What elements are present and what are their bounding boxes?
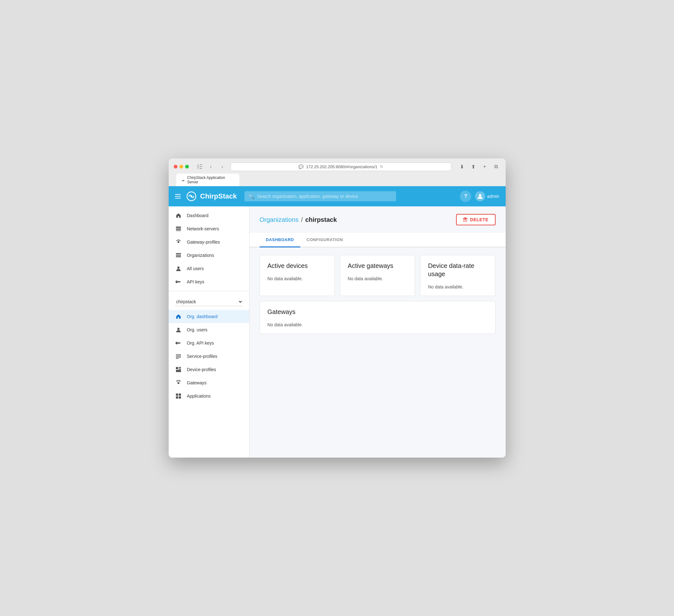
delete-button[interactable]: DELETE — [456, 214, 495, 225]
sidebar-label: Org. users — [187, 327, 208, 332]
browser-controls: ‹ › — [195, 162, 227, 171]
sidebar-label: All users — [187, 266, 204, 271]
svg-rect-1 — [200, 164, 202, 165]
svg-point-13 — [178, 241, 180, 243]
browser-titlebar: ‹ › 💬 172.25.202.205:8080/#/organization… — [174, 162, 500, 171]
breadcrumb-current: chirpstack — [305, 216, 337, 223]
sidebar-label: Gateways — [187, 380, 207, 385]
active-devices-card: Active devices No data available. — [260, 255, 335, 296]
forward-button[interactable]: › — [218, 162, 227, 171]
sidebar-label: Dashboard — [187, 213, 209, 218]
main-layout: Dashboard Network-servers Gateway-profil… — [168, 206, 505, 458]
sidebar-item-dashboard[interactable]: Dashboard — [168, 209, 249, 222]
maximize-button[interactable] — [185, 165, 189, 168]
sidebar-label: API keys — [187, 279, 204, 284]
gateways-icon — [175, 380, 182, 386]
svg-rect-29 — [179, 394, 181, 396]
share-button[interactable]: ⬆ — [469, 162, 478, 171]
address-bar[interactable]: 💬 172.25.202.205:8080/#/organizations/1 … — [231, 163, 451, 171]
sidebar-item-org-api-keys[interactable]: Org. API keys — [168, 336, 249, 350]
minimize-button[interactable] — [180, 165, 183, 168]
app-container: ChirpStack 🔍 ? admin — [168, 186, 505, 458]
svg-rect-28 — [176, 394, 178, 396]
svg-rect-24 — [179, 367, 181, 368]
sidebar-label: Service-profiles — [187, 354, 217, 359]
service-profiles-icon — [175, 353, 182, 359]
device-data-rate-empty: No data available. — [428, 284, 487, 289]
svg-point-18 — [177, 328, 180, 330]
svg-point-27 — [178, 382, 180, 384]
sidebar-item-api-keys[interactable]: API keys — [168, 275, 249, 288]
svg-rect-2 — [200, 166, 202, 167]
search-input[interactable] — [244, 191, 396, 201]
browser-tab[interactable]: ☁ ChirpStack Application Server — [176, 174, 239, 186]
home-icon — [175, 213, 182, 218]
svg-rect-16 — [176, 256, 181, 257]
breadcrumb-organizations-link[interactable]: Organizations — [260, 216, 299, 223]
gateways-card-empty: No data available. — [267, 322, 488, 327]
sidebar-label: Device-profiles — [187, 367, 216, 372]
active-gateways-card: Active gateways No data available. — [340, 255, 415, 296]
hamburger-menu-button[interactable] — [175, 194, 181, 198]
tab-title: ChirpStack Application Server — [187, 175, 234, 184]
gateways-card: Gateways No data available. — [260, 301, 495, 334]
applications-icon — [175, 393, 182, 399]
tabs-overview-button[interactable]: ⧉ — [492, 162, 500, 171]
new-tab-button[interactable]: + — [480, 162, 489, 171]
svg-rect-23 — [176, 367, 178, 369]
sidebar-toggle-button[interactable] — [195, 162, 204, 171]
top-nav: ChirpStack 🔍 ? admin — [168, 186, 505, 206]
active-gateways-empty: No data available. — [348, 276, 407, 281]
sidebar-item-applications[interactable]: Applications — [168, 390, 249, 403]
download-button[interactable]: ⬇ — [458, 162, 466, 171]
help-button[interactable]: ? — [460, 191, 471, 202]
svg-rect-11 — [176, 228, 181, 230]
logo: ChirpStack — [186, 191, 237, 202]
svg-rect-31 — [179, 397, 181, 399]
org-select-dropdown[interactable]: chirpstack — [175, 298, 243, 306]
breadcrumb: Organizations / chirpstack — [260, 216, 337, 223]
svg-rect-10 — [176, 226, 181, 228]
nav-actions: ? admin — [460, 191, 499, 202]
sidebar-global-section: Dashboard Network-servers Gateway-profil… — [168, 206, 249, 291]
svg-rect-5 — [175, 196, 181, 197]
org-users-icon — [175, 327, 182, 333]
sidebar-item-device-profiles[interactable]: Device-profiles — [168, 363, 249, 376]
user-menu-button[interactable]: admin — [475, 191, 499, 201]
user-avatar-icon — [475, 191, 485, 201]
sidebar-org-section: chirpstack Org. dashboard Org. users — [168, 291, 249, 405]
tab-configuration[interactable]: CONFIGURATION — [300, 233, 349, 248]
gateways-card-title: Gateways — [267, 308, 488, 316]
sidebar: Dashboard Network-servers Gateway-profil… — [168, 206, 249, 458]
user-name-label: admin — [487, 194, 499, 199]
breadcrumb-separator: / — [301, 216, 303, 223]
search-wrapper: 🔍 — [244, 191, 396, 201]
svg-rect-22 — [176, 358, 179, 359]
tab-favicon: ☁ — [181, 178, 185, 182]
sidebar-label: Org. API keys — [187, 340, 214, 345]
back-button[interactable]: ‹ — [207, 162, 215, 171]
svg-rect-3 — [200, 168, 202, 169]
svg-rect-20 — [176, 356, 181, 356]
delete-btn-label: DELETE — [470, 217, 488, 222]
svg-rect-0 — [197, 164, 199, 169]
sidebar-label: Network-servers — [187, 226, 219, 231]
sidebar-item-service-profiles[interactable]: Service-profiles — [168, 350, 249, 363]
tab-bar: ☁ ChirpStack Application Server — [174, 174, 500, 186]
sidebar-label: Org. dashboard — [187, 314, 218, 319]
sidebar-label: Gateway-profiles — [187, 240, 220, 245]
tab-dashboard[interactable]: DASHBOARD — [260, 233, 300, 248]
sidebar-item-org-dashboard[interactable]: Org. dashboard — [168, 310, 249, 323]
org-selector: chirpstack — [168, 294, 249, 310]
close-button[interactable] — [174, 165, 178, 168]
sidebar-item-organizations[interactable]: Organizations — [168, 249, 249, 262]
sidebar-item-gateways[interactable]: Gateways — [168, 376, 249, 390]
sidebar-item-network-servers[interactable]: Network-servers — [168, 222, 249, 236]
svg-rect-4 — [175, 194, 181, 195]
device-profiles-icon — [175, 367, 182, 372]
svg-point-9 — [479, 194, 481, 197]
sidebar-item-org-users[interactable]: Org. users — [168, 323, 249, 336]
sidebar-item-all-users[interactable]: All users — [168, 262, 249, 275]
org-dashboard-icon — [175, 314, 182, 319]
sidebar-item-gateway-profiles[interactable]: Gateway-profiles — [168, 236, 249, 249]
